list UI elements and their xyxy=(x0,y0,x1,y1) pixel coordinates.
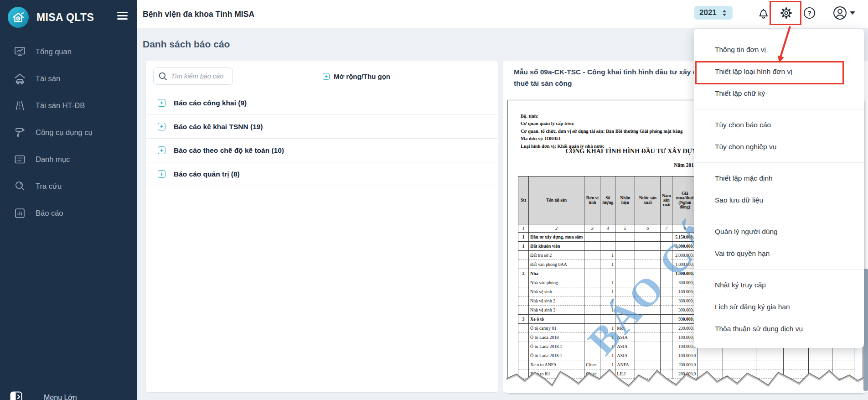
sidebar-item-catalog[interactable]: Danh mục xyxy=(0,146,137,173)
doc-cell-name: Ô tô Lada 2018.1 xyxy=(529,351,584,360)
doc-cell-year xyxy=(661,342,672,351)
doc-cell-country xyxy=(635,351,661,360)
doc-cell-year xyxy=(661,315,672,324)
settings-menu-item-quan-ly-nguoi-dung[interactable]: Quản lý người dùng xyxy=(694,221,864,243)
doc-cell-name: Xe ô tô xyxy=(529,315,584,324)
sidebar-item-infrastructure[interactable]: Tài sản HT-ĐB xyxy=(0,92,137,119)
document-header-info: Bộ, tỉnh:Cơ quan quản lý cấp trên:Cơ qua… xyxy=(521,113,683,150)
collapse-panel-icon xyxy=(10,391,22,400)
doc-cell-country xyxy=(635,269,661,278)
hamburger-menu-icon[interactable] xyxy=(117,12,128,21)
doc-cell-name: Nhà vệ sinh xyxy=(529,287,584,296)
doc-cell-country xyxy=(635,315,661,324)
report-search-input[interactable] xyxy=(153,68,233,85)
doc-cell-brand xyxy=(615,278,635,287)
notifications-bell-button[interactable] xyxy=(757,7,770,21)
sidebar-item-lookup[interactable]: Tra cứu xyxy=(0,173,137,200)
doc-cell-brand xyxy=(615,251,635,260)
settings-menu-item-thong-tin-don-vi[interactable]: Thông tin đơn vị xyxy=(694,39,864,61)
doc-col-index: 4 xyxy=(600,224,615,233)
sidebar-footer-label: Menu Lớn xyxy=(44,394,77,400)
sidebar-item-reports[interactable]: Báo cáo xyxy=(0,200,137,227)
settings-menu-item-thiet-lap-chu-ky[interactable]: Thiết lập chữ ký xyxy=(694,83,864,104)
doc-cell-empty xyxy=(809,351,832,360)
doc-cell-empty xyxy=(698,351,723,360)
expand-collapse-all-button[interactable]: + Mở rộng/Thu gọn xyxy=(323,73,390,80)
settings-menu-item-sao-luu-du-lieu[interactable]: Sao lưu dữ liệu xyxy=(694,189,864,211)
doc-cell-country xyxy=(635,260,661,269)
assets-icon xyxy=(14,73,26,85)
sidebar-item-tools[interactable]: Công cụ dụng cụ xyxy=(0,119,137,146)
doc-cell-name: Đất văn phòng 0AA xyxy=(529,260,584,269)
doc-cell-name: Nhà vệ sinh 2 xyxy=(529,296,584,306)
sidebar-item-assets[interactable]: Tài sản xyxy=(0,65,137,92)
doc-cell-stt: I xyxy=(518,233,529,242)
doc-cell-year xyxy=(661,269,672,278)
menu-divider xyxy=(694,269,864,270)
doc-col-header: Nhãn hiệu xyxy=(615,177,635,224)
doc-cell-name: Ô tô Lada 2018.1 xyxy=(529,342,584,351)
settings-gear-button[interactable] xyxy=(780,6,793,21)
doc-cell-brand xyxy=(615,296,635,306)
doc-cell-stt xyxy=(518,296,529,306)
doc-cell-unit xyxy=(584,342,600,351)
doc-cell-country xyxy=(635,296,661,306)
doc-cell-unit xyxy=(584,269,600,278)
doc-cell-qty: 1 xyxy=(600,278,615,287)
doc-cell-brand xyxy=(615,306,635,315)
doc-cell-qty xyxy=(600,233,615,242)
doc-col-index: 6 xyxy=(635,224,661,233)
expand-plus-icon[interactable]: + xyxy=(158,146,165,154)
settings-menu-item-thiet-lap-mac-dinh[interactable]: Thiết lập mặc định xyxy=(694,167,864,189)
doc-cell-country xyxy=(635,242,661,251)
doc-cell-year xyxy=(661,251,672,260)
year-spinner-icon[interactable] xyxy=(723,10,726,16)
doc-cell-brand xyxy=(615,315,635,324)
user-account-button[interactable] xyxy=(833,6,847,22)
doc-cell-brand xyxy=(615,287,635,296)
report-group-bao-cao-quan-tri-8[interactable]: +Báo cáo quản trị (8) xyxy=(146,162,498,186)
sidebar-nav: Tổng quanTài sảnTài sản HT-ĐBCông cụ dụn… xyxy=(0,38,137,227)
account-dropdown-caret-icon[interactable] xyxy=(850,11,855,15)
fiscal-year-value: 2021 xyxy=(699,8,717,17)
sidebar-item-overview[interactable]: Tổng quan xyxy=(0,38,137,65)
doc-cell-unit xyxy=(584,278,600,287)
help-button[interactable]: ? xyxy=(803,7,816,21)
settings-menu-item-nhat-ky-truy-cap[interactable]: Nhật ký truy cập xyxy=(694,274,864,296)
doc-cell-year xyxy=(661,233,672,242)
torn-paper-edge xyxy=(506,365,865,393)
expand-plus-icon[interactable]: + xyxy=(158,99,165,107)
settings-menu-item-thiet-lap-loai-hinh-don-vi[interactable]: Thiết lập loại hình đơn vị xyxy=(694,61,864,83)
infrastructure-icon xyxy=(14,99,26,112)
doc-cell-country xyxy=(635,278,661,287)
doc-cell-empty xyxy=(784,351,809,360)
doc-cell-stt xyxy=(518,278,529,287)
gear-icon xyxy=(780,6,793,20)
doc-cell-brand: Mới xyxy=(615,324,635,333)
doc-col-index: 5 xyxy=(615,224,635,233)
report-group-list: +Báo cáo công khai (9)+Báo cáo kê khai T… xyxy=(146,91,498,186)
doc-cell-unit xyxy=(584,351,600,360)
settings-menu-item-tuy-chon-bao-cao[interactable]: Tùy chọn báo cáo xyxy=(694,114,864,136)
report-group-bao-cao-theo-che-do-ke-toan-10[interactable]: +Báo cáo theo chế độ kế toán (10) xyxy=(146,139,498,162)
doc-cell-price: 100.000,0 xyxy=(672,351,698,360)
preview-scrollbar-thumb[interactable] xyxy=(863,269,868,391)
doc-cell-qty: 1 xyxy=(600,296,615,306)
sidebar: MISA QLTS Tổng quanTài sảnTài sản HT-ĐBC… xyxy=(0,0,137,400)
report-group-bao-cao-cong-khai-9[interactable]: +Báo cáo công khai (9) xyxy=(146,91,498,115)
settings-dropdown-menu: Thông tin đơn vịThiết lập loại hình đơn … xyxy=(694,29,864,348)
doc-col-index: 7 xyxy=(661,224,672,233)
expand-plus-icon[interactable]: + xyxy=(158,170,165,178)
menu-divider xyxy=(694,109,864,109)
settings-menu-item-vai-tro-quyen-han[interactable]: Vai trò quyền hạn xyxy=(694,243,864,265)
fiscal-year-selector[interactable]: 2021 xyxy=(694,6,733,20)
sidebar-menu-size-toggle[interactable]: Menu Lớn xyxy=(10,391,77,400)
settings-menu-item-lich-su-dang-ky-gia-han[interactable]: Lịch sử đăng ký gia hạn xyxy=(694,296,864,318)
report-group-bao-cao-ke-khai-tsnn-19[interactable]: +Báo cáo kê khai TSNN (19) xyxy=(146,115,498,139)
expand-plus-icon[interactable]: + xyxy=(158,123,165,130)
doc-col-header: Đơn vị tính xyxy=(584,177,600,224)
settings-menu-item-thoa-thuan-su-dung-dich-vu[interactable]: Thỏa thuận sử dụng dịch vụ xyxy=(694,318,864,340)
doc-cell-year xyxy=(661,287,672,296)
settings-menu-item-tuy-chon-nghiep-vu[interactable]: Tùy chọn nghiệp vụ xyxy=(694,136,864,158)
doc-cell-name: Nhà vệ sinh 3 xyxy=(529,306,584,315)
